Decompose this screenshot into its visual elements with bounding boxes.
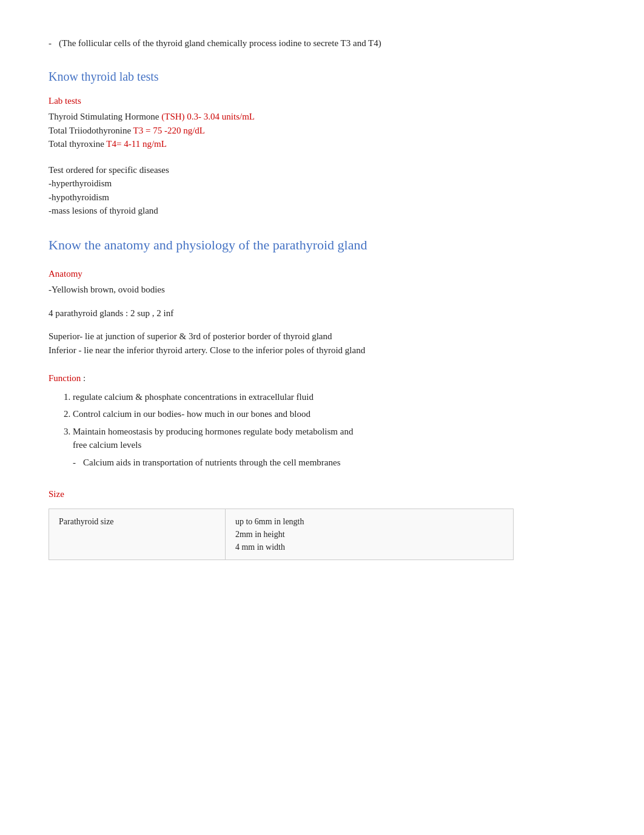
tsh-label: Thyroid Stimulating Hormone — [49, 112, 159, 121]
function-label: Function : — [49, 371, 595, 385]
extra-info: Test ordered for specific diseases -hype… — [49, 163, 595, 218]
t4-row: Total thyroxine T4= 4-11 ng/mL — [49, 137, 595, 151]
extra-item-2: -hypothyroidism — [49, 191, 595, 205]
anatomy-item-1: -Yellowish brown, ovoid bodies — [49, 283, 595, 297]
glands-text: 4 parathyroid glands : 2 sup , 2 inf — [49, 306, 595, 320]
t3-label: Total Triiodothyronine — [49, 126, 131, 135]
intro-dash: - — [49, 36, 52, 50]
function-colon-char: : — [81, 373, 86, 383]
function-list: regulate calcium & phosphate concentrati… — [49, 390, 595, 452]
size-table-row: Parathyroid size up to 6mm in length 2mm… — [49, 509, 514, 559]
anatomy-heading: Anatomy — [49, 267, 595, 281]
size-value-2: 2mm in height — [235, 528, 503, 541]
t4-label: Total thyroxine — [49, 139, 104, 149]
function-item-1: regulate calcium & phosphate concentrati… — [73, 390, 595, 404]
function-block: Function : regulate calcium & phosphate … — [49, 371, 595, 469]
tsh-value: (TSH) 0.3- 3.04 units/mL — [159, 112, 255, 121]
parathyroid-section: Know the anatomy and physiology of the p… — [49, 235, 595, 560]
extra-item-3: -mass lesions of thyroid gland — [49, 204, 595, 218]
thyroid-lab-section: Know thyroid lab tests Lab tests Thyroid… — [49, 67, 595, 218]
function-bullet-item: - Calcium aids in transportation of nutr… — [49, 456, 595, 470]
extra-heading: Test ordered for specific diseases — [49, 163, 595, 177]
intro-section: - (The follicular cells of the thyroid g… — [49, 36, 595, 50]
parathyroid-heading: Know the anatomy and physiology of the p… — [49, 235, 595, 255]
t3-row: Total Triiodothyronine T3 = 75 -220 ng/d… — [49, 124, 595, 138]
size-table-values: up to 6mm in length 2mm in height 4 mm i… — [225, 509, 513, 559]
tsh-row: Thyroid Stimulating Hormone (TSH) 0.3- 3… — [49, 110, 595, 124]
extra-item-1: -hyperthyroidism — [49, 177, 595, 191]
thyroid-lab-heading: Know thyroid lab tests — [49, 67, 595, 86]
superior-text: Superior- lie at junction of superior & … — [49, 330, 595, 343]
lab-tests-subheading: Lab tests — [49, 94, 595, 108]
size-table: Parathyroid size up to 6mm in length 2mm… — [49, 509, 514, 560]
function-item-2: Control calcium in our bodies- how much … — [73, 407, 595, 421]
function-bullet-text: Calcium aids in transportation of nutrie… — [83, 456, 340, 470]
size-table-label: Parathyroid size — [49, 509, 226, 559]
function-heading: Function — [49, 373, 81, 383]
inferior-text: Inferior - lie near the inferior thyroid… — [49, 343, 595, 357]
intro-bullet: - (The follicular cells of the thyroid g… — [49, 36, 595, 50]
size-heading: Size — [49, 487, 595, 501]
intro-text: (The follicular cells of the thyroid gla… — [59, 36, 381, 50]
size-value-1: up to 6mm in length — [235, 515, 503, 528]
t3-value: T3 = 75 -220 ng/dL — [131, 126, 205, 135]
size-value-3: 4 mm in width — [235, 541, 503, 553]
function-bullet-dash: - — [73, 456, 76, 470]
function-item-3: Maintain homeostasis by producing hormon… — [73, 425, 595, 452]
t4-value: T4= 4-11 ng/mL — [104, 139, 167, 149]
